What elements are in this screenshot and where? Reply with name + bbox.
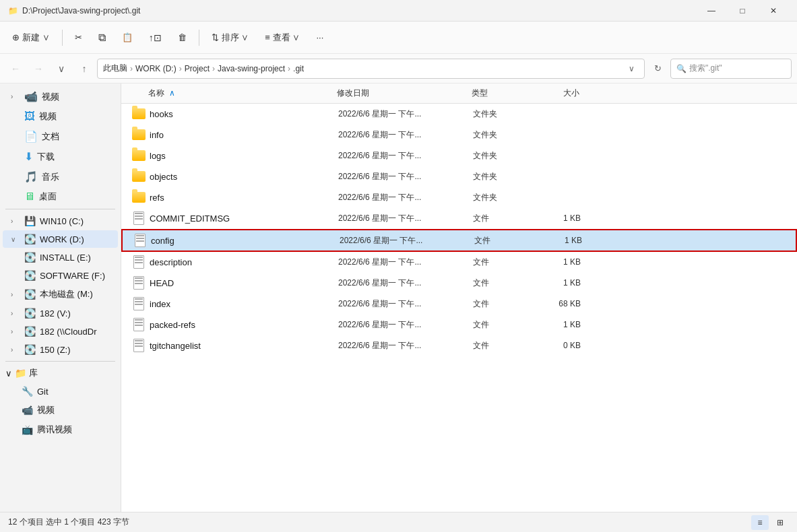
- file-name: config: [151, 236, 340, 246]
- share-button[interactable]: ↑⊡: [142, 28, 168, 47]
- sidebar-label-drive-v: 182 (V:): [40, 308, 71, 319]
- sidebar-item-drive-e[interactable]: › 💽 INSTALL (E:): [3, 248, 118, 266]
- copy-button[interactable]: ⧉: [92, 28, 113, 48]
- up-button[interactable]: ↑: [74, 59, 94, 79]
- col-header-size[interactable]: 大小: [539, 88, 593, 99]
- file-date: 2022/6/6 星期一 下午...: [338, 257, 473, 268]
- paste-button[interactable]: 📋: [115, 28, 139, 46]
- col-header-type[interactable]: 类型: [472, 88, 539, 99]
- file-list-header: 名称 ∧ 修改日期 类型 大小: [121, 84, 797, 104]
- sidebar-item-drive-d[interactable]: ∨ 💽 WORK (D:): [3, 230, 118, 248]
- table-row[interactable]: tgitchangelist2022/6/6 星期一 下午...文件0 KB: [121, 335, 797, 356]
- file-icon: [133, 234, 147, 247]
- sidebar-item-lib-video[interactable]: 📹 视频: [3, 401, 118, 420]
- sidebar-item-drive-m[interactable]: › 💽 本地磁盘 (M:): [3, 285, 118, 304]
- sidebar-label-music: 音乐: [42, 171, 59, 183]
- col-header-date[interactable]: 修改日期: [337, 88, 472, 99]
- col-name-sort: ∧: [169, 88, 175, 98]
- refresh-button[interactable]: ↻: [647, 59, 668, 79]
- sort-icon: ⇅: [212, 32, 219, 42]
- sidebar-item-music[interactable]: › 🎵 音乐: [3, 167, 118, 187]
- new-button[interactable]: ⊕ 新建 ∨: [5, 28, 57, 48]
- file-size: 1 KB: [540, 278, 594, 288]
- table-row[interactable]: config2022/6/6 星期一 下午...文件1 KB: [121, 229, 797, 252]
- table-row[interactable]: description2022/6/6 星期一 下午...文件1 KB: [121, 252, 797, 273]
- folder-icon: [132, 128, 146, 141]
- expand-icon-c: ›: [11, 218, 20, 225]
- expand-icon-v: ›: [11, 310, 20, 317]
- sep-4: ›: [288, 64, 290, 73]
- sidebar-item-desktop[interactable]: › 🖥 桌面: [3, 187, 118, 206]
- file-size: 0 KB: [540, 341, 594, 350]
- file-date: 2022/6/6 星期一 下午...: [338, 129, 473, 141]
- file-date: 2022/6/6 星期一 下午...: [338, 108, 473, 120]
- cut-button[interactable]: ✂: [68, 28, 89, 46]
- table-row[interactable]: COMMIT_EDITMSG2022/6/6 星期一 下午...文件1 KB: [121, 208, 797, 229]
- address-bar[interactable]: 此电脑 › WORK (D:) › Project › Java-swing-p…: [97, 59, 645, 79]
- folder-icon: 📁: [8, 6, 18, 15]
- title-bar: 📁 D:\Project\Java-swing-project\.git — □…: [0, 0, 797, 22]
- sort-button[interactable]: ⇅ 排序 ∨: [205, 28, 256, 48]
- table-row[interactable]: HEAD2022/6/6 星期一 下午...文件1 KB: [121, 273, 797, 294]
- file-name: objects: [150, 172, 338, 182]
- folder-icon: [132, 107, 146, 121]
- grid-view-button[interactable]: ⊞: [771, 515, 789, 530]
- file-type: 文件夹: [473, 108, 540, 120]
- col-header-name[interactable]: 名称 ∧: [121, 88, 337, 99]
- file-type: 文件夹: [473, 171, 540, 182]
- close-button[interactable]: ✕: [758, 0, 789, 22]
- sidebar-library-group[interactable]: ∨ 📁 库: [0, 364, 121, 382]
- sidebar-item-drive-cloud[interactable]: › 💽 182 (\\CloudDr: [3, 323, 118, 340]
- tencent-icon: 📺: [22, 424, 33, 435]
- view-button[interactable]: ≡ 查看 ∨: [258, 28, 307, 48]
- search-placeholder: 搜索".git": [689, 63, 722, 74]
- sep-3: ›: [212, 64, 215, 73]
- search-bar[interactable]: 🔍 搜索".git": [670, 59, 792, 79]
- sidebar-label-git: Git: [37, 387, 49, 397]
- file-name: HEAD: [150, 278, 338, 288]
- expand-icon-d: ∨: [11, 236, 20, 243]
- more-button[interactable]: ···: [309, 28, 330, 46]
- desktop-icon: 🖥: [24, 191, 35, 203]
- file-date: 2022/6/6 星期一 下午...: [338, 192, 473, 203]
- table-row[interactable]: index2022/6/6 星期一 下午...文件68 KB: [121, 294, 797, 314]
- search-icon: 🔍: [676, 64, 687, 73]
- sort-label: 排序 ∨: [222, 32, 249, 44]
- file-date: 2022/6/6 星期一 下午...: [338, 213, 473, 224]
- drive-d-icon: 💽: [24, 234, 36, 244]
- file-type: 文件: [473, 257, 540, 268]
- list-view-button[interactable]: ≡: [751, 515, 769, 530]
- sidebar-item-docs[interactable]: › 📄 文档: [3, 127, 118, 146]
- dropdown-button[interactable]: ∨: [51, 59, 71, 79]
- file-type: 文件夹: [473, 150, 540, 162]
- expand-icon-video1: ›: [11, 93, 20, 100]
- sidebar-item-video1[interactable]: › 📹 视频: [3, 87, 118, 106]
- table-row[interactable]: hooks2022/6/6 星期一 下午...文件夹: [121, 104, 797, 125]
- back-button[interactable]: ←: [5, 59, 26, 79]
- delete-button[interactable]: 🗑: [171, 28, 193, 46]
- sidebar-item-drive-v[interactable]: › 💽 182 (V:): [3, 304, 118, 322]
- sidebar-item-drive-c[interactable]: › 💾 WIN10 (C:): [3, 212, 118, 230]
- sidebar-item-drive-z[interactable]: › 💽 150 (Z:): [3, 341, 118, 358]
- address-dropdown-btn[interactable]: ∨: [625, 63, 639, 75]
- file-icon: [132, 211, 146, 225]
- sidebar-item-git[interactable]: 🔧 Git: [3, 383, 118, 400]
- sidebar-item-downloads[interactable]: › ⬇ 下载: [3, 147, 118, 166]
- table-row[interactable]: info2022/6/6 星期一 下午...文件夹: [121, 125, 797, 145]
- maximize-button[interactable]: □: [727, 0, 758, 22]
- title-bar-title: D:\Project\Java-swing-project\.git: [22, 6, 140, 15]
- sidebar-label-desktop: 桌面: [39, 191, 57, 203]
- sidebar-item-video2[interactable]: › 🖼 视频: [3, 107, 118, 126]
- forward-button[interactable]: →: [28, 59, 49, 79]
- table-row[interactable]: refs2022/6/6 星期一 下午...文件夹: [121, 187, 797, 208]
- table-row[interactable]: packed-refs2022/6/6 星期一 下午...文件1 KB: [121, 314, 797, 335]
- minimize-button[interactable]: —: [696, 0, 727, 22]
- table-row[interactable]: logs2022/6/6 星期一 下午...文件夹: [121, 145, 797, 166]
- table-row[interactable]: objects2022/6/6 星期一 下午...文件夹: [121, 166, 797, 187]
- file-date: 2022/6/6 星期一 下午...: [338, 277, 473, 289]
- sidebar-label-drive-e: INSTALL (E:): [40, 253, 91, 263]
- sidebar-item-drive-f[interactable]: › 💽 SOFTWARE (F:): [3, 267, 118, 284]
- sidebar-item-tencent[interactable]: 📺 腾讯视频: [3, 420, 118, 439]
- file-name: index: [150, 299, 338, 309]
- new-label: 新建 ∨: [22, 32, 50, 44]
